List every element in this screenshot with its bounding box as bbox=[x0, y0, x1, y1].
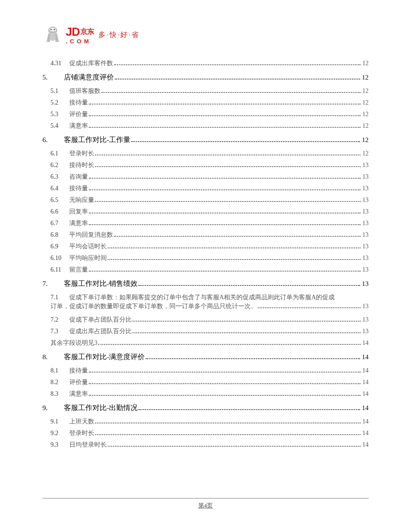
toc-entry: 6.8平均回复消息数13 bbox=[42, 229, 369, 241]
toc-page: 13 bbox=[362, 328, 369, 335]
toc-entry: 6.2接待时长13 bbox=[42, 159, 369, 171]
toc-entry: 6.10平均响应时间13 bbox=[42, 252, 369, 264]
page-number: 第4页 bbox=[198, 502, 213, 509]
toc-page: 13 bbox=[362, 302, 369, 311]
toc-title: 评价量 bbox=[69, 111, 88, 117]
svg-point-3 bbox=[54, 29, 55, 30]
toc-number: 6.8 bbox=[50, 232, 69, 238]
toc-leader-dots bbox=[89, 213, 361, 214]
toc-page: 14 bbox=[362, 379, 369, 385]
toc-page: 13 bbox=[362, 185, 369, 192]
footer-divider bbox=[42, 498, 369, 498]
toc-number: 5.4 bbox=[50, 123, 69, 129]
toc-number: 5.1 bbox=[50, 88, 69, 94]
toc-leader-dots bbox=[89, 271, 361, 272]
logo-slogan: 多·快·好·省 bbox=[98, 30, 139, 40]
toc-title: 其余字段说明见3 bbox=[50, 340, 97, 346]
toc-number: 8.2 bbox=[50, 379, 69, 385]
toc-page: 12 bbox=[362, 111, 369, 117]
toc-number: 8. bbox=[42, 353, 64, 360]
toc-number: 6.10 bbox=[50, 255, 69, 261]
toc-page: 14 bbox=[362, 391, 369, 397]
toc-leader-dots bbox=[89, 115, 361, 116]
toc-page: 13 bbox=[362, 281, 369, 287]
toc-number: 4.31 bbox=[50, 60, 69, 67]
toc-number: 6.6 bbox=[50, 209, 69, 215]
toc-entry: 6.6回复率13 bbox=[42, 206, 369, 218]
toc-title: 平均响应时间 bbox=[69, 255, 107, 261]
toc-page: 13 bbox=[362, 220, 369, 226]
toc-page: 12 bbox=[362, 100, 369, 106]
toc-title: 店铺满意度评价 bbox=[64, 74, 114, 81]
toc-title: 日均登录时长 bbox=[69, 442, 107, 448]
toc-leader-dots bbox=[98, 344, 361, 345]
toc-page: 13 bbox=[362, 267, 369, 273]
toc-leader-dots bbox=[258, 307, 361, 308]
toc-entry: 6.4接待量13 bbox=[42, 183, 369, 194]
toc-section: 7.客服工作对比-销售绩效13 bbox=[42, 276, 369, 292]
toc-title: 咨询量 bbox=[69, 174, 88, 180]
page-footer: 第4页 bbox=[42, 498, 369, 510]
toc-title: 值班客服数 bbox=[69, 88, 101, 94]
toc-title: 接待量 bbox=[69, 185, 88, 192]
toc-number: 6.7 bbox=[50, 220, 69, 226]
toc-number: 7.2 bbox=[50, 317, 69, 323]
toc-section: 8.客服工作对比-满意度评价14 bbox=[42, 349, 369, 365]
toc-title: 平均会话时长 bbox=[69, 243, 107, 250]
toc-entry: 9.1上班天数14 bbox=[42, 416, 369, 427]
toc-leader-dots bbox=[108, 446, 361, 447]
toc-title: 平均回复消息数 bbox=[69, 232, 113, 238]
toc-title: 满意率 bbox=[69, 220, 88, 226]
svg-point-4 bbox=[50, 33, 56, 41]
toc-entry: 6.1登录时长12 bbox=[42, 148, 369, 159]
toc-entry: 8.3满意率14 bbox=[42, 388, 369, 400]
toc-entry: 其余字段说明见314 bbox=[42, 337, 369, 349]
toc-entry: 9.3日均登录时长14 bbox=[42, 439, 369, 451]
toc-page: 12 bbox=[362, 88, 369, 94]
toc-leader-dots bbox=[138, 285, 360, 286]
toc-leader-dots bbox=[101, 92, 361, 93]
toc-entry: 6.7满意率13 bbox=[42, 218, 369, 229]
toc-page: 14 bbox=[362, 405, 369, 411]
toc-title: 促成下单订单数：如果顾客提交的订单中包含了与客服A相关的促成商品则此订单为客服A… bbox=[69, 294, 335, 301]
toc-number: 5. bbox=[42, 74, 64, 81]
svg-point-2 bbox=[50, 29, 52, 30]
toc-title: 回复率 bbox=[69, 209, 88, 215]
toc-title: 满意率 bbox=[69, 123, 88, 129]
toc-entry: 7.2促成下单占团队百分比13 bbox=[42, 314, 369, 326]
toc-leader-dots bbox=[131, 141, 360, 142]
toc-entry: 6.9平均会话时长13 bbox=[42, 241, 369, 252]
toc-leader-dots bbox=[146, 358, 360, 359]
toc-page: 12 bbox=[362, 60, 369, 67]
table-of-contents: 4.31促成出库客件数125.店铺满意度评价125.1值班客服数125.2接待量… bbox=[42, 58, 369, 451]
toc-section: 9.客服工作对比-出勤情况14 bbox=[42, 400, 369, 416]
toc-number: 6.2 bbox=[50, 162, 69, 168]
toc-leader-dots bbox=[115, 79, 360, 80]
toc-title-cont: 订单，促成订单的数量即促成下单订单数，同一订单多个商品只统计一次。 bbox=[50, 302, 257, 311]
toc-leader-dots bbox=[89, 372, 361, 373]
toc-number: 6.9 bbox=[50, 243, 69, 250]
toc-entry: 5.3评价量12 bbox=[42, 109, 369, 120]
toc-entry: 6.3咨询量13 bbox=[42, 171, 369, 183]
toc-entry: 8.2评价量14 bbox=[42, 377, 369, 388]
toc-entry: 5.1值班客服数12 bbox=[42, 85, 369, 97]
toc-page: 12 bbox=[362, 123, 369, 129]
toc-number: 6.11 bbox=[50, 267, 69, 273]
toc-page: 12 bbox=[362, 74, 369, 81]
toc-page: 13 bbox=[362, 197, 369, 203]
toc-number: 5.3 bbox=[50, 111, 69, 117]
toc-leader-dots bbox=[89, 127, 361, 128]
toc-page: 14 bbox=[362, 419, 369, 425]
toc-number: 9. bbox=[42, 404, 64, 411]
toc-number: 9.3 bbox=[50, 442, 69, 448]
toc-entry: 5.2接待量12 bbox=[42, 97, 369, 109]
svg-point-1 bbox=[50, 27, 56, 32]
jd-logo: JD京东 .COM 多·快·好·省 bbox=[42, 25, 369, 45]
toc-title: 接待量 bbox=[69, 100, 88, 106]
toc-title: 促成出库客件数 bbox=[69, 60, 113, 67]
toc-title: 登录时长 bbox=[69, 430, 94, 436]
toc-page: 14 bbox=[362, 442, 369, 448]
toc-entry: 6.5无响应量13 bbox=[42, 194, 369, 206]
toc-number: 8.3 bbox=[50, 391, 69, 397]
toc-page: 13 bbox=[362, 209, 369, 215]
